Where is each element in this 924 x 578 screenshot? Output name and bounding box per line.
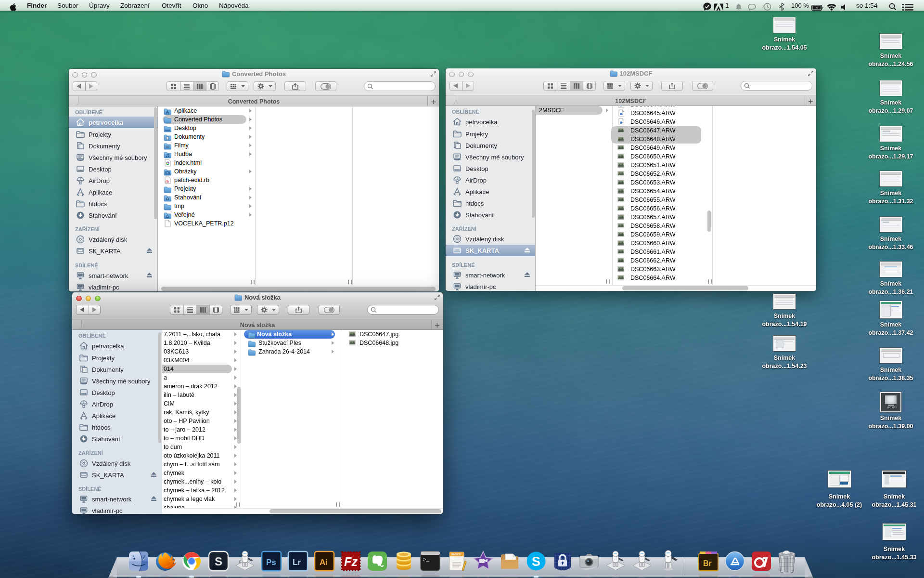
svg-text:Lr: Lr: [293, 558, 301, 567]
svg-text:Br: Br: [703, 559, 712, 567]
svg-text:Fz: Fz: [344, 555, 358, 568]
svg-text:S: S: [532, 554, 540, 569]
svg-text:Ai: Ai: [320, 558, 328, 567]
svg-text:PAGES: PAGES: [451, 553, 461, 556]
svg-text:Ps: Ps: [266, 558, 276, 567]
svg-text:>_: >_: [423, 557, 430, 563]
svg-text:S: S: [215, 555, 222, 568]
